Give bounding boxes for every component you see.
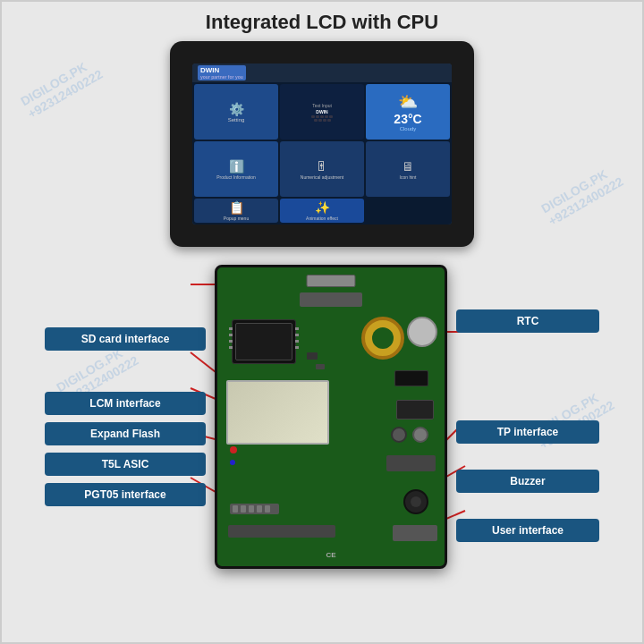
label-t5l-asic: T5L ASIC xyxy=(45,453,206,476)
cell-icon-hint: 🖥 Icon hint xyxy=(366,141,450,197)
animation-icon: ✨ xyxy=(315,200,330,215)
capacitor-1 xyxy=(412,427,428,443)
label-tp: TP interface xyxy=(456,420,599,444)
cell-numerical: 🎚 Numerical adjustment xyxy=(280,141,364,197)
labels-right: RTC TP interface Buzzer User interface xyxy=(456,301,599,551)
red-led xyxy=(230,446,237,453)
brand-text: DWIN xyxy=(200,66,243,74)
sd-slot xyxy=(307,275,356,287)
rtc-battery xyxy=(407,317,437,347)
cell-setting: ⚙️ Setting xyxy=(194,84,278,140)
label-rtc: RTC xyxy=(456,309,599,333)
small-component-1 xyxy=(307,352,318,360)
label-lcm: LCM interface xyxy=(45,392,206,415)
pcb-inner: CE xyxy=(217,267,445,566)
monitor-icon: 🖥 xyxy=(402,159,414,174)
labels-left: SD card interface LCM interface Expand F… xyxy=(45,327,206,506)
label-user: User interface xyxy=(456,519,599,542)
lcd-device: DWIN your partner for you ⚙️ Setting Tex… xyxy=(170,41,474,247)
label-expand-flash: Expand Flash xyxy=(45,422,206,445)
main-container: DIGILOG.PK+92312400222 DIGILOG.PK+923124… xyxy=(0,0,644,644)
cell-text-input: Text Input DWIN xyxy=(280,84,364,140)
label-pgt05: PGT05 interface xyxy=(45,483,206,506)
inductor-coil xyxy=(361,317,404,360)
small-chip-1 xyxy=(394,370,428,386)
label-sd-card: SD card interface xyxy=(45,327,206,351)
ce-mark: CE xyxy=(326,551,335,559)
lcd-grid: ⚙️ Setting Text Input DWIN xyxy=(192,82,452,225)
watermark-1: DIGILOG.PK+92312400222 xyxy=(18,55,105,122)
blue-led xyxy=(230,460,235,465)
tagline-text: your partner for you xyxy=(200,74,243,80)
ribbon-connector xyxy=(300,292,362,307)
pcb-section: SD card interface LCM interface Expand F… xyxy=(27,256,617,578)
cell-popup: 📋 Popup menu xyxy=(194,199,278,223)
bottom-right-connector xyxy=(393,525,437,541)
setting-icon: ⚙️ xyxy=(229,102,244,116)
main-chip xyxy=(232,319,296,364)
buzzer xyxy=(403,489,428,514)
user-connector xyxy=(228,525,335,538)
pgt05-connector xyxy=(230,504,279,514)
cell-product: ℹ️ Product Information xyxy=(194,141,278,197)
cell-animation: ✨ Animation effect xyxy=(280,199,364,223)
capacitor-2 xyxy=(391,427,407,443)
small-chip-2 xyxy=(396,400,434,419)
popup-icon: 📋 xyxy=(229,200,244,215)
page-title: Integrated LCD with CPU xyxy=(206,11,438,34)
label-buzzer: Buzzer xyxy=(456,470,599,493)
lcd-module xyxy=(226,380,329,445)
weather-cloud-icon: ⛅ xyxy=(398,92,418,112)
cell-weather: ⛅ 23°C Cloudy xyxy=(366,84,450,140)
pcb-board: CE xyxy=(215,265,447,569)
info-icon: ℹ️ xyxy=(229,159,244,174)
small-component-2 xyxy=(316,364,325,369)
watermark-2: DIGILOG.PK+92312400222 xyxy=(538,162,625,229)
slider-icon: 🎚 xyxy=(316,159,328,174)
lcd-screen: DWIN your partner for you ⚙️ Setting Tex… xyxy=(192,64,452,225)
tp-connector xyxy=(386,455,436,471)
lcd-header: DWIN your partner for you xyxy=(192,64,452,82)
dwin-logo: DWIN your partner for you xyxy=(198,65,246,80)
